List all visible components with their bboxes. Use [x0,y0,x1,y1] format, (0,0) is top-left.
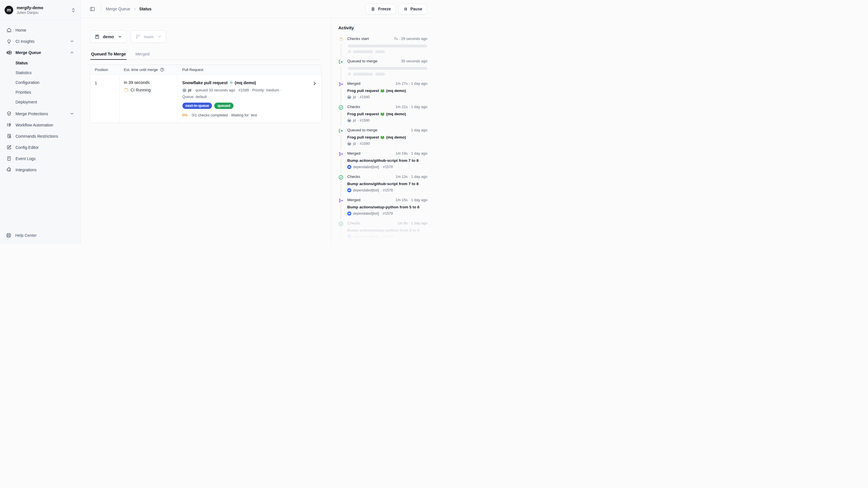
avatar [347,118,351,122]
sidebar-item-merge-protections[interactable]: Merge Protections [3,108,77,119]
activity-pr-meta: dependabot[bot] · #1579 [347,211,427,216]
sidebar-item-statistics[interactable]: Statistics [3,68,77,78]
activity-item-merged[interactable]: Merged 1m 27s · 1 day ago Frog pull requ… [338,81,427,105]
timeline-rail [341,159,341,173]
sidebar-item-commands-restrictions[interactable]: Commands Restrictions [3,131,77,142]
sidebar-item-config-editor[interactable]: Config Editor [3,142,77,153]
activity-item-checks[interactable]: Checks 1m 21s · 1 day ago Frog pull requ… [338,105,427,128]
label-next-in-queue: next-in-queue [182,103,212,109]
activity-pr-title[interactable]: Bump actions/setup-python from 5 to 6 [347,205,427,209]
sidebar-toggle-button[interactable] [88,5,96,13]
document-lock-icon [6,133,12,139]
help-center-label: Help Center [15,233,37,238]
pr-title[interactable]: Snowflake pull request ❄ (mq demo) [182,80,308,85]
sidebar-item-deployment[interactable]: Deployment [3,97,77,107]
timeline-rail [341,182,341,196]
ci-running-spinner-icon [124,88,128,92]
sidebar-item-status[interactable]: Status [3,58,77,68]
column-header-est-time: Est. time until merge [119,65,178,75]
queue-table: Position Est. time until merge [90,65,321,123]
freeze-label: Freeze [378,7,391,11]
activity-pr-title[interactable]: Bump actions/setup-python from 5 to 6 [347,228,427,232]
app-window: m mergify-demo Julien Danjou Home CI Ins [0,0,434,244]
breadcrumb: Merge Queue Status [106,7,151,11]
sidebar-item-integrations[interactable]: Integrations [3,164,77,175]
activity-pr-title[interactable]: Frog pull request (mq demo) [347,112,427,116]
activity-item-queued[interactable]: Queued to merge 1 day ago Frog pull requ… [338,128,427,151]
merge-queue-submenu: Status Statistics Configuration Prioriti… [3,58,77,107]
frog-emoji [380,112,384,116]
pr-checks-line: 0% · 0/1 checks completed · Waiting for:… [182,113,308,117]
pause-button[interactable]: Pause [399,4,427,15]
sidebar: m mergify-demo Julien Danjou Home CI Ins [0,0,81,244]
help-center-link[interactable]: Help Center [0,228,81,244]
label-queued: queued [214,103,233,109]
merged-icon [338,82,343,87]
activity-pr-title[interactable]: Frog pull request (mq demo) [347,88,427,93]
dependabot-icon [347,188,351,192]
column-header-pull-request: Pull Request [178,65,321,75]
timeline-rail [341,112,341,126]
pr-meta-line: jd · queued 33 seconds ago · #1589 · Pri… [182,88,308,92]
sidebar-item-home[interactable]: Home [3,24,77,36]
pause-label: Pause [410,7,422,11]
snowflake-emoji: ❄ [229,80,233,85]
row-chevron-right-icon[interactable] [312,81,317,86]
pending-spinner-icon [338,37,343,42]
sidebar-item-priorities[interactable]: Priorities [3,87,77,97]
breadcrumb-status: Status [139,7,152,11]
freeze-button[interactable]: Freeze [366,4,396,15]
loading-skeleton [348,45,427,53]
queued-to-merge-icon [338,59,343,64]
timeline-rail [341,228,341,242]
filters-row: demo main [90,30,322,43]
activity-item-checks-start[interactable]: Checks start 7s · 29 seconds ago [338,36,427,59]
sidebar-item-configuration[interactable]: Configuration [3,78,77,87]
checks-success-icon [338,175,343,180]
merged-icon [338,151,343,156]
sidebar-item-label: CI Insights [16,39,34,44]
timeline-rail [341,205,341,219]
sidebar-item-label: Merge Protections [16,112,48,116]
shield-check-icon [6,111,12,116]
queued-to-merge-icon [338,128,343,133]
sidebar-item-label: Event Logs [16,156,36,161]
pr-author: jd [188,88,192,92]
activity-pr-meta: dependabot[bot] · #1578 [347,165,427,169]
tab-merged[interactable]: Merged [134,52,150,59]
updown-chevron-icon [71,7,76,13]
avatar [182,88,186,92]
activity-item-merged[interactable]: Merged 1m 19s · 1 day ago Bump actions/g… [338,151,427,174]
queue-tabs: Queued To Merge Merged [90,52,322,60]
activity-pr-title[interactable]: Bump actions/github-script from 7 to 8 [347,159,427,163]
repository-select[interactable]: demo [90,30,127,43]
activity-item-queued[interactable]: Queued to merge 35 seconds ago [338,59,427,81]
sidebar-item-workflow-automation[interactable]: Workflow Automation [3,119,77,131]
activity-item-merged[interactable]: Merged 1m 15s · 1 day ago Bump actions/s… [338,198,427,221]
activity-item-checks[interactable]: Checks 1m 13s · 1 day ago Bump actions/g… [338,174,427,198]
activity-item-checks[interactable]: Checks 1m 9s · 1 day ago Bump actions/se… [338,221,427,244]
sidebar-nav: Home CI Insights Merge Queue [0,21,81,228]
sidebar-item-label: Commands Restrictions [16,134,58,139]
queue-row[interactable]: 1 in 39 seconds CI Running [90,75,321,123]
sidebar-item-event-logs[interactable]: Event Logs [3,153,77,164]
org-selector[interactable]: m mergify-demo Julien Danjou [0,0,81,21]
branch-select[interactable]: main [131,30,166,43]
sidebar-item-ci-insights[interactable]: CI Insights [3,36,77,47]
sidebar-item-merge-queue[interactable]: Merge Queue [3,47,77,58]
activity-pr-title[interactable]: Frog pull request (mq demo) [347,135,427,139]
checks-success-icon [338,221,343,227]
tab-queued-to-merge[interactable]: Queued To Merge [90,52,127,59]
help-circle-icon[interactable] [160,67,164,72]
breadcrumb-merge-queue[interactable]: Merge Queue [106,7,130,11]
timeline-rail [341,66,341,80]
timeline-rail [341,44,341,57]
pr-queue-name: Queue: default [182,94,308,99]
activity-pr-meta: jd · #1590 [347,95,427,99]
merged-icon [338,198,343,203]
sidebar-item-label: Workflow Automation [16,123,53,127]
activity-pr-title[interactable]: Bump actions/github-script from 7 to 8 [347,182,427,186]
org-name: mergify-demo [17,5,67,10]
breadcrumb-chevron-icon [133,7,137,11]
activity-pr-meta: dependabot[bot] · #1579 [347,235,427,239]
